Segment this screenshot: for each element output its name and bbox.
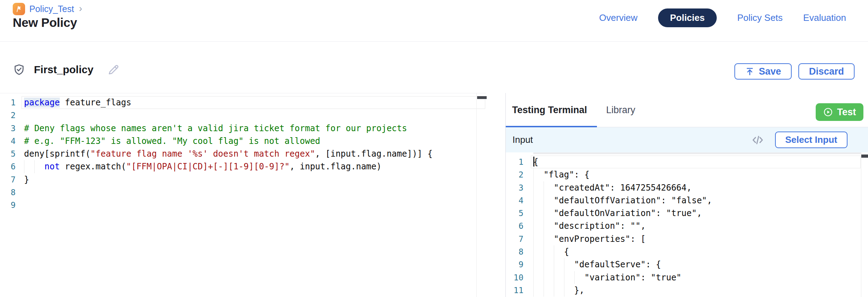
chevron-right-icon: › bbox=[79, 3, 82, 14]
code-icon[interactable] bbox=[751, 133, 764, 147]
toolbar-buttons: Save Discard bbox=[734, 63, 855, 80]
code-text: }, bbox=[533, 284, 585, 297]
code-line[interactable]: 7 "envProperties": [ bbox=[506, 233, 868, 245]
input-editor-scrollbar-thumb[interactable] bbox=[861, 155, 868, 158]
line-number: 2 bbox=[506, 168, 523, 181]
line-number: 11 bbox=[506, 284, 523, 297]
line-number: 5 bbox=[0, 147, 16, 160]
policy-editor-scrollbar-track bbox=[476, 93, 477, 297]
code-line[interactable]: 10 "variation": "true" bbox=[506, 271, 868, 284]
code-line[interactable]: 5deny[sprintf("feature flag name '%s' do… bbox=[0, 147, 486, 160]
save-button-label: Save bbox=[759, 66, 781, 77]
code-line[interactable]: 4# e.g. "FFM-123" is allowed. "My cool f… bbox=[0, 135, 486, 147]
code-line[interactable]: 2 "flag": { bbox=[506, 168, 868, 181]
policy-editor-lines: 1package feature_flags23# Deny flags who… bbox=[0, 93, 486, 212]
code-text: "defaultOffVariation": "false", bbox=[533, 194, 712, 207]
line-number: 6 bbox=[506, 220, 523, 232]
testing-panel-tabs: Testing Terminal Library Test bbox=[506, 93, 868, 127]
code-text: "createdAt": 1647255426664, bbox=[533, 181, 692, 194]
test-button-label: Test bbox=[837, 107, 856, 118]
input-header: Input Select Input bbox=[506, 127, 868, 152]
code-text: "envProperties": [ bbox=[533, 233, 646, 245]
code-line[interactable]: 6 "description": "", bbox=[506, 220, 868, 232]
code-text: "variation": "true" bbox=[533, 271, 681, 284]
code-text: # Deny flags whose names aren't a valid … bbox=[24, 122, 407, 135]
code-text: "defaultOnVariation": "true", bbox=[533, 207, 702, 220]
line-number: 8 bbox=[506, 245, 523, 258]
input-editor-lines: 1{2 "flag": {3 "createdAt": 164725542666… bbox=[506, 152, 868, 297]
nav-item-overview[interactable]: Overview bbox=[599, 12, 637, 23]
code-line[interactable]: 5 "defaultOnVariation": "true", bbox=[506, 207, 868, 220]
save-button[interactable]: Save bbox=[734, 63, 792, 80]
policy-toolbar: First_policy bbox=[13, 63, 120, 76]
discard-button-label: Discard bbox=[809, 66, 844, 77]
test-button[interactable]: Test bbox=[816, 103, 863, 121]
code-text: package feature_flags bbox=[24, 96, 131, 109]
code-text: } bbox=[24, 173, 29, 186]
line-number: 1 bbox=[506, 156, 523, 168]
breadcrumb: Policy_Test › bbox=[13, 3, 82, 15]
line-number: 7 bbox=[0, 173, 16, 186]
input-editor-top-shadow bbox=[533, 152, 861, 154]
code-line[interactable]: 7} bbox=[0, 173, 486, 186]
code-line[interactable]: 9 bbox=[0, 199, 486, 211]
line-number: 4 bbox=[0, 135, 16, 147]
nav-item-policy-sets[interactable]: Policy Sets bbox=[737, 12, 783, 23]
discard-button[interactable]: Discard bbox=[798, 63, 855, 80]
line-number: 3 bbox=[506, 181, 523, 194]
code-line[interactable]: 9 "defaultServe": { bbox=[506, 258, 868, 271]
line-number: 7 bbox=[506, 233, 523, 245]
policy-editor-page: Policy_Test › New Policy Overview Polici… bbox=[0, 0, 868, 297]
code-text: # e.g. "FFM-123" is allowed. "My cool fl… bbox=[24, 135, 320, 147]
nav-item-evaluation[interactable]: Evaluation bbox=[803, 12, 846, 23]
code-line[interactable]: 1{ bbox=[506, 156, 868, 168]
policy-editor[interactable]: 1package feature_flags23# Deny flags who… bbox=[0, 93, 486, 297]
top-nav: Overview Policies Policy Sets Evaluation bbox=[599, 8, 846, 27]
code-text: deny[sprintf("feature flag name '%s' doe… bbox=[24, 147, 433, 160]
shield-check-icon bbox=[13, 63, 25, 76]
line-number: 3 bbox=[0, 122, 16, 135]
code-line[interactable]: 1package feature_flags bbox=[0, 96, 486, 109]
breadcrumb-project-link[interactable]: Policy_Test bbox=[29, 4, 74, 14]
line-number: 1 bbox=[0, 96, 16, 109]
code-line[interactable]: 2 bbox=[0, 109, 486, 122]
flag-icon bbox=[13, 3, 25, 15]
code-text: not regex.match("[FFM|OPA|CI|CD]+[-][1-9… bbox=[24, 160, 381, 173]
line-number: 8 bbox=[0, 186, 16, 199]
code-line[interactable]: 3# Deny flags whose names aren't a valid… bbox=[0, 122, 486, 135]
policy-editor-scrollbar-thumb[interactable] bbox=[477, 96, 487, 99]
testing-panel: Testing Terminal Library Test Input Sele… bbox=[505, 93, 868, 297]
upload-arrow-icon bbox=[745, 67, 755, 76]
play-circle-icon bbox=[823, 107, 833, 117]
line-number: 9 bbox=[506, 258, 523, 271]
input-editor[interactable]: 1{2 "flag": {3 "createdAt": 164725542666… bbox=[506, 152, 868, 297]
code-text: { bbox=[533, 156, 538, 168]
header-divider bbox=[0, 41, 868, 42]
tab-library[interactable]: Library bbox=[606, 105, 635, 116]
code-text: { bbox=[533, 245, 569, 258]
line-number: 10 bbox=[506, 271, 523, 284]
code-line[interactable]: 8 bbox=[0, 186, 486, 199]
select-input-label: Select Input bbox=[785, 134, 837, 145]
tab-testing-terminal[interactable]: Testing Terminal bbox=[512, 105, 587, 116]
code-text: "defaultServe": { bbox=[533, 258, 661, 271]
code-line[interactable]: 3 "createdAt": 1647255426664, bbox=[506, 181, 868, 194]
code-line[interactable]: 11 }, bbox=[506, 284, 868, 297]
line-number: 6 bbox=[0, 160, 16, 173]
line-number: 9 bbox=[0, 199, 16, 211]
code-text: "description": "", bbox=[533, 220, 646, 232]
code-text: "flag": { bbox=[533, 168, 590, 181]
code-line[interactable]: 8 { bbox=[506, 245, 868, 258]
line-number: 5 bbox=[506, 207, 523, 220]
select-input-button[interactable]: Select Input bbox=[775, 132, 848, 148]
line-number: 2 bbox=[0, 109, 16, 122]
pencil-icon[interactable] bbox=[107, 63, 120, 76]
input-editor-scrollbar-track bbox=[861, 152, 861, 297]
policy-name: First_policy bbox=[34, 64, 93, 76]
line-number: 4 bbox=[506, 194, 523, 207]
input-title: Input bbox=[512, 134, 533, 145]
nav-item-policies[interactable]: Policies bbox=[658, 8, 717, 27]
code-line[interactable]: 6 not regex.match("[FFM|OPA|CI|CD]+[-][1… bbox=[0, 160, 486, 173]
page-title: New Policy bbox=[13, 16, 77, 30]
code-line[interactable]: 4 "defaultOffVariation": "false", bbox=[506, 194, 868, 207]
